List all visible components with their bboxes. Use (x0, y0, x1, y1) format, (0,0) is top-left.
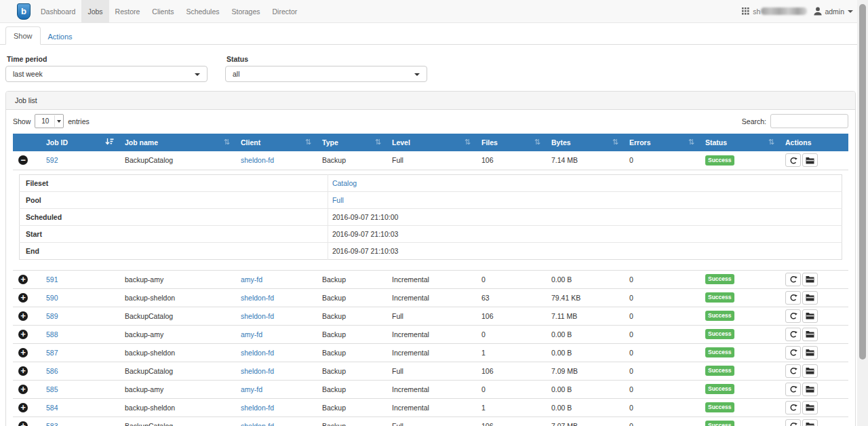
rerun-job-button[interactable] (785, 328, 801, 341)
detail-row-fileset: FilesetCatalog (20, 174, 842, 191)
expand-row-icon[interactable]: + (18, 311, 28, 321)
rerun-job-button[interactable] (785, 346, 801, 360)
client-link[interactable]: amy-fd (241, 385, 262, 393)
job-id-link[interactable]: 591 (46, 275, 58, 284)
column-header-client[interactable]: Client⇅ (235, 134, 317, 151)
column-header-job-id[interactable]: Job ID (41, 134, 119, 151)
job-log-button[interactable] (802, 346, 818, 360)
column-header-files[interactable]: Files⇅ (476, 134, 546, 151)
job-id-link[interactable]: 585 (46, 385, 58, 393)
client-link[interactable]: sheldon-fd (241, 294, 274, 302)
job-log-button[interactable] (802, 401, 818, 414)
rerun-job-button[interactable] (785, 419, 801, 426)
cell-actions (780, 362, 848, 380)
job-log-button[interactable] (802, 309, 818, 323)
job-id-link[interactable]: 586 (46, 367, 58, 375)
bareos-logo: b (17, 3, 31, 20)
job-log-button[interactable] (802, 419, 818, 426)
cell-actions (780, 270, 848, 288)
rerun-job-button[interactable] (785, 273, 801, 286)
nav-item-jobs[interactable]: Jobs (81, 0, 108, 22)
rerun-job-button[interactable] (785, 364, 801, 378)
expand-row-icon[interactable]: + (18, 385, 28, 394)
time-period-select[interactable]: last week (5, 66, 208, 82)
expand-row-icon[interactable]: + (18, 421, 28, 426)
column-header-status[interactable]: Status⇅ (700, 134, 780, 151)
job-id-link[interactable]: 589 (46, 312, 58, 320)
client-link[interactable]: sheldon-fd (241, 349, 274, 357)
column-header-errors[interactable]: Errors⇅ (624, 134, 700, 151)
client-link[interactable]: sheldon-fd (241, 422, 274, 426)
cell-files: 1 (476, 398, 546, 417)
client-link[interactable]: amy-fd (241, 330, 262, 338)
search-input[interactable] (770, 114, 848, 128)
client-link[interactable]: amy-fd (241, 275, 262, 284)
hostname-text[interactable]: sh (753, 7, 760, 16)
nav-item-director[interactable]: Director (267, 0, 304, 22)
cell-files: 0 (476, 380, 546, 398)
scrollbar-track[interactable] (857, 0, 868, 426)
job-log-button[interactable] (802, 328, 818, 341)
job-id-link[interactable]: 588 (46, 330, 58, 338)
scrollbar-thumb[interactable] (859, 4, 866, 360)
detail-value: 2016-09-07 21:10:00 (328, 208, 842, 225)
job-log-button[interactable] (802, 291, 818, 305)
rerun-job-button[interactable] (785, 153, 801, 167)
nav-item-dashboard[interactable]: Dashboard (35, 0, 81, 22)
column-header-job-name[interactable]: Job name⇅ (119, 134, 235, 151)
cell-expand: + (13, 325, 41, 343)
client-link[interactable]: sheldon-fd (241, 367, 274, 375)
collapse-row-icon[interactable]: − (18, 155, 28, 165)
job-id-link[interactable]: 592 (46, 156, 58, 164)
expand-row-icon[interactable]: + (18, 330, 28, 339)
cell-status: Success (700, 417, 780, 426)
detail-value-link[interactable]: Catalog (332, 179, 357, 187)
expand-row-icon[interactable]: + (18, 348, 28, 357)
sort-both-icon: ⇅ (688, 138, 694, 147)
time-period-group: Time period last week (5, 55, 208, 82)
rerun-job-button[interactable] (785, 291, 801, 305)
job-log-button[interactable] (802, 273, 818, 286)
cell-type: Backup (317, 398, 387, 417)
tab-actions[interactable]: Actions (41, 28, 80, 45)
job-id-link[interactable]: 590 (46, 294, 58, 302)
client-link[interactable]: sheldon-fd (241, 312, 274, 320)
expand-row-icon[interactable]: + (18, 403, 28, 412)
brand[interactable]: b (0, 0, 35, 22)
job-detail-row: FilesetCatalogPoolFullScheduled2016-09-0… (13, 170, 848, 270)
user-menu[interactable]: admin (825, 7, 844, 16)
cell-job-name: backup-amy (119, 270, 235, 288)
job-id-link[interactable]: 583 (46, 422, 58, 426)
job-log-button[interactable] (802, 383, 818, 396)
column-header-type[interactable]: Type⇅ (317, 134, 387, 151)
job-id-link[interactable]: 584 (46, 404, 58, 412)
cell-job-id: 584 (41, 398, 119, 417)
rerun-job-button[interactable] (785, 309, 801, 323)
tab-show[interactable]: Show (5, 26, 41, 45)
cell-bytes: 7.14 MB (546, 151, 624, 170)
nav-item-clients[interactable]: Clients (146, 0, 180, 22)
user-icon (814, 7, 822, 16)
client-link[interactable]: sheldon-fd (241, 156, 274, 164)
cell-errors: 0 (624, 362, 700, 380)
detail-value: Catalog (328, 174, 842, 191)
column-header-bytes[interactable]: Bytes⇅ (546, 134, 624, 151)
select-caret-icon (195, 73, 200, 76)
cell-files: 0 (476, 325, 546, 343)
expand-row-icon[interactable]: + (18, 275, 28, 284)
entries-per-page-select[interactable]: 10 (35, 114, 64, 128)
expand-row-icon[interactable]: + (18, 293, 28, 303)
status-select[interactable]: all (225, 66, 427, 82)
rerun-job-button[interactable] (785, 383, 801, 396)
rerun-job-button[interactable] (785, 401, 801, 414)
nav-item-storages[interactable]: Storages (225, 0, 266, 22)
nav-item-schedules[interactable]: Schedules (180, 0, 225, 22)
client-link[interactable]: sheldon-fd (241, 404, 274, 412)
job-log-button[interactable] (802, 364, 818, 378)
job-log-button[interactable] (802, 153, 818, 167)
job-id-link[interactable]: 587 (46, 349, 58, 357)
nav-item-restore[interactable]: Restore (109, 0, 146, 22)
column-header-level[interactable]: Level⇅ (387, 134, 476, 151)
expand-row-icon[interactable]: + (18, 366, 28, 376)
detail-value-link[interactable]: Full (332, 196, 344, 204)
